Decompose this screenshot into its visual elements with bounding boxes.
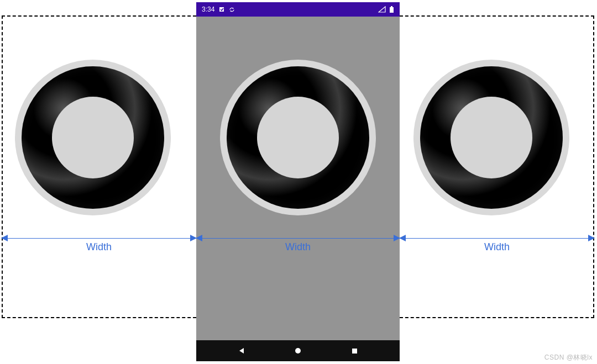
- disc-inner: [52, 97, 134, 178]
- battery-icon: [389, 6, 394, 13]
- dimension-line: [196, 238, 400, 239]
- svg-rect-1: [390, 7, 394, 13]
- disc-inner: [451, 97, 532, 178]
- svg-rect-2: [391, 6, 392, 7]
- sync-icon: [229, 7, 235, 13]
- nav-home-button[interactable]: [287, 342, 309, 359]
- carousel-item-right: [413, 60, 569, 215]
- width-label: Width: [2, 241, 196, 253]
- nav-back-button[interactable]: [231, 342, 253, 359]
- dimension-line: [2, 238, 196, 239]
- android-nav-bar: [196, 340, 400, 361]
- svg-point-3: [295, 348, 301, 354]
- disc-inner: [257, 97, 339, 178]
- arrow-right-icon: [588, 235, 595, 241]
- width-label: Width: [400, 241, 594, 253]
- triangle-back-icon: [238, 347, 245, 355]
- diagram-stage: { "status_bar": { "time": "3:34", "indic…: [0, 0, 597, 364]
- signal-icon: [378, 6, 386, 13]
- carousel-item-left: [15, 60, 171, 215]
- circle-home-icon: [294, 347, 302, 355]
- status-time: 3:34: [202, 6, 214, 13]
- width-annotations: Width Width Width: [0, 230, 597, 247]
- watermark-text: CSDN @林晓lx: [544, 353, 593, 362]
- debug-icon: [219, 7, 224, 12]
- nav-recent-button[interactable]: [343, 342, 365, 359]
- width-label: Width: [196, 241, 400, 253]
- dimension-line: [400, 238, 594, 239]
- square-recent-icon: [351, 347, 358, 355]
- status-bar: 3:34: [196, 2, 400, 17]
- carousel-item-center[interactable]: [220, 60, 376, 215]
- svg-rect-4: [352, 349, 357, 354]
